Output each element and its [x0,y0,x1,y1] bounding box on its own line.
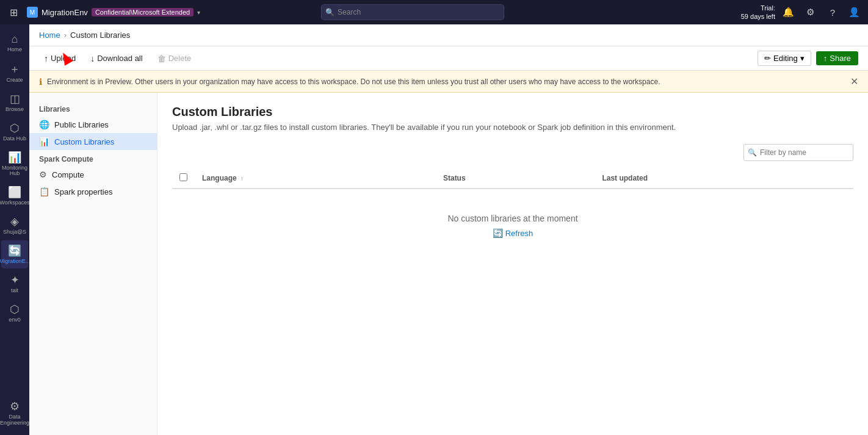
sidebar-label-tait: tait [11,288,18,294]
download-all-button[interactable]: ↓ Download all [85,51,147,66]
spark-properties-icon: 📋 [39,187,49,196]
page-title: Custom Libraries [172,105,853,119]
nav-label-custom: Custom Libraries [54,137,114,146]
breadcrumb-current: Custom Libraries [70,31,130,40]
tait-icon: ✦ [10,273,20,287]
nav-item-public-libraries[interactable]: 🌐 Public Libraries [29,116,157,133]
left-nav: Libraries 🌐 Public Libraries 📊 Custom Li… [29,93,157,435]
top-bar-right: Trial: 59 days left 🔔 ⚙ ? 👤 [741,4,863,21]
nav-item-compute[interactable]: ⚙ Compute [29,166,157,183]
content-area: Home › Custom Libraries ↑ Upload ↓ Downl… [29,24,868,435]
refresh-button[interactable]: 🔄 Refresh [493,228,533,238]
sidebar-item-browse[interactable]: ◫ Browse [1,88,28,117]
empty-state: No custom libraries at the moment 🔄 Refr… [172,189,853,262]
share-icon: ↑ [823,54,828,63]
filter-by-name-input[interactable] [743,144,853,161]
nav-label-public: Public Libraries [54,120,109,129]
toolbar-right: ✏ Editing ▾ ↑ Share [758,51,858,66]
warning-icon: ℹ [39,77,42,87]
delete-button[interactable]: 🗑 Delete [153,51,197,66]
page-description: Upload .jar, .whl or .tar.gz files to in… [172,123,853,132]
filter-input-wrap: 🔍 [743,144,853,161]
nav-item-custom-libraries[interactable]: 📊 Custom Libraries [29,133,157,150]
sidebar-label-shuja: Shuja@S [3,229,26,235]
download-icon: ↓ [90,54,95,63]
delete-icon: 🗑 [157,54,166,63]
sidebar-bottom: ⚙ Data Engineering [1,396,28,430]
search-icon: 🔍 [325,8,335,16]
language-sort-icon: ↑ [241,175,244,182]
warning-close-icon[interactable]: ✕ [850,76,858,87]
sidebar-label-data-engineering: Data Engineering [0,414,29,426]
status-col-label: Status [443,174,466,182]
shuja-icon: ◈ [10,215,19,228]
sidebar-item-datahub[interactable]: ⬡ Data Hub [1,118,28,146]
apps-icon[interactable]: ⊞ [5,7,22,18]
delete-label: Delete [168,54,192,63]
nav-label-compute: Compute [52,170,84,179]
migration-icon: 🔄 [8,244,21,257]
monitoring-icon: 📊 [8,151,21,164]
empty-state-text: No custom libraries at the moment [197,214,829,223]
sidebar-item-home[interactable]: ⌂ Home [1,29,28,57]
confidential-badge: Confidential\Microsoft Extended [92,8,193,16]
editing-label: Editing [773,54,798,63]
share-label: Share [830,54,851,63]
sidebar-item-env0[interactable]: ⬡ env0 [1,299,28,327]
table-toolbar: 🔍 [172,144,853,161]
breadcrumb-separator: › [64,31,67,40]
language-col-header[interactable]: Language ↑ [195,168,436,189]
spark-compute-title: Spark Compute [29,150,157,166]
sidebar-label-monitoring: Monitoring Hub [2,165,27,178]
breadcrumb-home-link[interactable]: Home [39,31,60,40]
sidebar-item-create[interactable]: ＋ Create [1,58,28,87]
settings-icon[interactable]: ⚙ [802,4,819,21]
help-icon[interactable]: ? [824,4,841,21]
compute-icon: ⚙ [39,170,47,179]
table-header-row: Language ↑ Status Last updated [172,168,853,189]
upload-button[interactable]: ↑ Upload [39,51,81,66]
create-icon: ＋ [9,62,20,76]
sidebar-item-monitoring[interactable]: 📊 Monitoring Hub [1,147,28,181]
empty-state-row: No custom libraries at the moment 🔄 Refr… [172,189,853,262]
table-body: No custom libraries at the moment 🔄 Refr… [172,189,853,262]
share-button[interactable]: ↑ Share [816,51,858,65]
main-content: Custom Libraries Upload .jar, .whl or .t… [157,93,868,435]
sidebar-label-migration: MigrationE... [0,259,30,265]
notification-icon[interactable]: 🔔 [780,4,797,21]
env-info: M MigrationEnv Confidential\Microsoft Ex… [27,7,200,18]
inner-layout: Libraries 🌐 Public Libraries 📊 Custom Li… [29,93,868,435]
profile-icon[interactable]: 👤 [846,4,863,21]
nav-item-spark-properties[interactable]: 📋 Spark properties [29,183,157,200]
custom-libraries-icon: 📊 [39,137,49,146]
env-chevron-icon[interactable]: ▾ [197,9,200,16]
env0-icon: ⬡ [10,303,20,316]
warning-banner: ℹ Environment is in Preview. Other users… [29,71,868,93]
workspaces-icon: ⬜ [8,185,21,199]
sidebar-item-tait[interactable]: ✦ tait [1,270,28,298]
warning-text: Environment is in Preview. Other users i… [47,77,660,86]
sidebar-label-datahub: Data Hub [3,136,26,142]
last-updated-col-header: Last updated [595,168,853,189]
select-all-checkbox[interactable] [179,173,187,181]
libraries-section-title: Libraries [29,100,157,116]
empty-state-cell: No custom libraries at the moment 🔄 Refr… [172,189,853,262]
editing-button[interactable]: ✏ Editing ▾ [758,51,811,66]
sidebar-label-browse: Browse [5,107,24,113]
search-input[interactable] [321,4,504,20]
upload-icon: ↑ [44,54,48,63]
table-header: Language ↑ Status Last updated [172,168,853,189]
status-col-header: Status [436,168,595,189]
download-all-label: Download all [97,54,142,63]
sidebar-item-workspaces[interactable]: ⬜ Workspaces [1,182,28,210]
main-layout: ⌂ Home ＋ Create ◫ Browse ⬡ Data Hub 📊 Mo… [0,24,868,435]
sidebar-item-migration[interactable]: 🔄 MigrationE... [1,240,28,268]
libraries-table: Language ↑ Status Last updated [172,168,853,262]
editing-chevron-icon: ▾ [800,54,805,63]
refresh-label: Refresh [505,229,533,238]
sidebar-label-env0: env0 [9,317,21,323]
sidebar-item-shuja[interactable]: ◈ Shuja@S [1,211,28,239]
data-engineering-icon: ⚙ [10,400,20,413]
datahub-icon: ⬡ [10,121,20,135]
sidebar-item-data-engineering[interactable]: ⚙ Data Engineering [1,396,28,430]
